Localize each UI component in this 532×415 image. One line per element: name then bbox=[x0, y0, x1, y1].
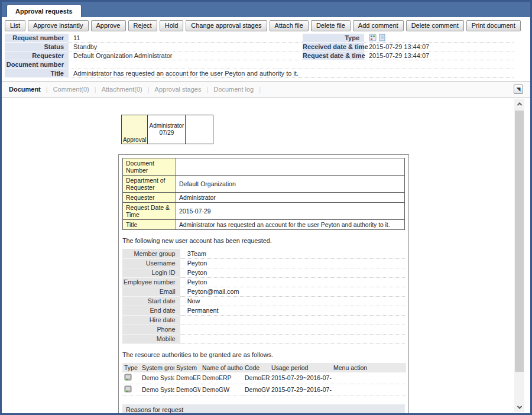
hire-date-label: Hire date bbox=[122, 315, 180, 325]
vertical-scrollbar[interactable] bbox=[514, 99, 524, 412]
form-row: Title Administrator has requested an acc… bbox=[5, 69, 514, 78]
requester-value: Default Organization Administrator bbox=[69, 51, 303, 60]
tab-comment[interactable]: Comment(0) bbox=[48, 86, 95, 93]
tab-approval-requests[interactable]: Approval requests bbox=[7, 4, 82, 17]
received-datetime-value: 2015-07-29 13:44:07 bbox=[364, 43, 514, 51]
app-window: Approval requests List Approve instantly… bbox=[0, 0, 532, 415]
document-info-table: Document Number Department of Requester … bbox=[122, 158, 405, 230]
table-row: Login ID Peyton bbox=[122, 268, 405, 277]
table-row: Email Peyton@mail.com bbox=[122, 287, 405, 296]
tab-separator: | bbox=[259, 86, 261, 93]
approval-stamp: Approval Administrator 07/29 bbox=[121, 115, 213, 144]
table-row: Hire date bbox=[122, 315, 405, 325]
change-approval-stages-button[interactable]: Change approval stages bbox=[186, 20, 267, 31]
authority-name: DemoGW bbox=[200, 384, 243, 395]
request-type-icon bbox=[369, 34, 377, 41]
username-value: Peyton bbox=[180, 258, 405, 268]
add-comment-button[interactable]: Add comment bbox=[353, 20, 404, 31]
delete-file-button[interactable]: Delete file bbox=[311, 20, 351, 31]
doc-request-date-value: 2015-07-29 bbox=[176, 203, 405, 220]
scroll-up-button[interactable] bbox=[514, 99, 524, 109]
authority-system: DemoGW bbox=[174, 384, 200, 395]
authority-code: DemoERP bbox=[243, 372, 270, 384]
document-type-icon bbox=[378, 34, 386, 41]
tab-document[interactable]: Document bbox=[7, 86, 46, 93]
title-label: Title bbox=[5, 69, 69, 78]
request-header-form: Request number 11 Type bbox=[2, 34, 530, 79]
hold-button[interactable]: Hold bbox=[160, 20, 184, 31]
member-group-value: 3Team bbox=[180, 249, 405, 258]
table-row: Employee number Peyton bbox=[122, 277, 405, 287]
doc-requester-value: Administrator bbox=[176, 193, 405, 203]
document-number-value bbox=[69, 60, 514, 69]
member-group-label: Member group bbox=[122, 249, 180, 258]
phone-value bbox=[180, 325, 405, 334]
document-number-label: Document number bbox=[5, 60, 69, 69]
chevron-up-icon bbox=[517, 102, 521, 107]
stamp-approver-date: 07/29 bbox=[149, 129, 184, 137]
stamp-approver-cell: Administrator 07/29 bbox=[148, 115, 186, 144]
doc-title-label: Title bbox=[123, 220, 176, 230]
table-row: Demo System DemoERP DemoERP DemoERP 2015… bbox=[122, 372, 406, 384]
table-row: Requester Administrator bbox=[123, 193, 405, 203]
table-row: End date Permanent bbox=[122, 306, 405, 315]
start-date-value: Now bbox=[180, 296, 405, 306]
table-row: Username Peyton bbox=[122, 258, 405, 268]
status-label: Status bbox=[5, 43, 69, 51]
doc-requester-label: Requester bbox=[123, 193, 176, 203]
reject-button[interactable]: Reject bbox=[128, 20, 157, 31]
scroll-down-button[interactable] bbox=[514, 402, 524, 412]
stamp-title-cell: Approval bbox=[122, 115, 148, 144]
tab-attachment[interactable]: Attachment(0) bbox=[96, 86, 148, 93]
table-row: Document Number bbox=[123, 158, 405, 176]
doc-department-value: Default Organization bbox=[176, 176, 405, 193]
login-id-value: Peyton bbox=[180, 268, 405, 277]
col-system-group: System group bbox=[140, 363, 174, 372]
col-usage-period: Usage period bbox=[270, 363, 332, 372]
employee-number-label: Employee number bbox=[122, 277, 180, 287]
col-menu-action: Menu action bbox=[332, 363, 406, 372]
phone-label: Phone bbox=[122, 325, 180, 334]
request-datetime-label: Request date & time bbox=[303, 51, 364, 60]
list-button[interactable]: List bbox=[5, 20, 25, 31]
collapse-panel-button[interactable]: ◥ bbox=[514, 85, 523, 94]
scrollbar-thumb[interactable] bbox=[515, 111, 524, 372]
table-row: Start date Now bbox=[122, 296, 405, 306]
form-row: Document number bbox=[5, 60, 514, 69]
doc-request-date-label: Request Date & Time bbox=[123, 203, 176, 220]
stamp-empty-cell bbox=[186, 115, 213, 144]
delete-comment-button[interactable]: Delete comment bbox=[406, 20, 464, 31]
toolbar: List Approve instantly Approve Reject Ho… bbox=[2, 17, 530, 34]
employee-number-value: Peyton bbox=[180, 277, 405, 287]
print-document-button[interactable]: Print document bbox=[466, 20, 521, 31]
type-value bbox=[364, 34, 514, 43]
requester-label: Requester bbox=[5, 51, 69, 60]
mobile-value bbox=[180, 334, 405, 343]
top-tab-strip: Approval requests bbox=[2, 2, 530, 17]
document-view: Approval Administrator 07/29 Document Nu… bbox=[2, 98, 530, 413]
authorities-intro-text: The resource authorities to be granted a… bbox=[122, 351, 405, 358]
tab-document-log[interactable]: Document log bbox=[208, 86, 259, 93]
intro-text: The following new user account has been … bbox=[122, 237, 405, 244]
email-label: Email bbox=[122, 287, 180, 296]
approve-instantly-button[interactable]: Approve instantly bbox=[28, 20, 88, 31]
chevron-down-icon bbox=[517, 404, 521, 408]
authority-code: DemoGW bbox=[243, 384, 270, 395]
end-date-label: End date bbox=[122, 306, 180, 315]
authority-table: Type System group System Name of authori… bbox=[122, 363, 406, 396]
tab-approval-stages[interactable]: Approval stages bbox=[150, 86, 207, 93]
authority-system: DemoERP bbox=[174, 372, 200, 384]
authority-group: Demo System bbox=[140, 372, 174, 384]
col-type: Type bbox=[122, 363, 140, 372]
form-row: Status Standby Received date & time 2015… bbox=[5, 43, 514, 51]
attach-file-button[interactable]: Attach file bbox=[270, 20, 309, 31]
table-row: Demo System DemoGW DemoGW DemoGW 2015-07… bbox=[122, 384, 406, 395]
authority-menu-action bbox=[332, 384, 406, 395]
approve-button[interactable]: Approve bbox=[91, 20, 126, 31]
username-label: Username bbox=[122, 258, 180, 268]
start-date-label: Start date bbox=[122, 296, 180, 306]
table-row: Member group 3Team bbox=[122, 249, 405, 258]
col-code: Code bbox=[243, 363, 270, 372]
email-value: Peyton@mail.com bbox=[180, 287, 405, 296]
document-body: Document Number Department of Requester … bbox=[118, 154, 409, 413]
